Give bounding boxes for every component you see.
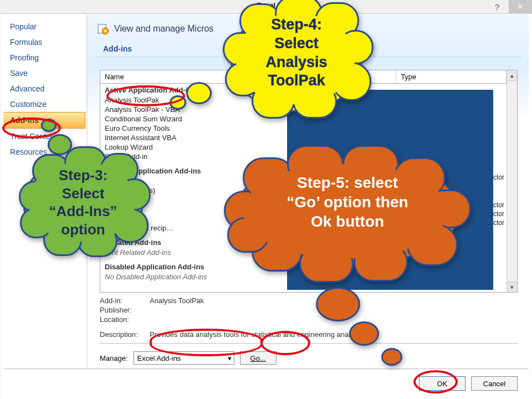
sidebar-item-proofing[interactable]: Proofing <box>3 50 86 65</box>
manage-select-value: Excel Add-ins <box>137 354 181 362</box>
type-fragment: …ctor <box>487 201 504 209</box>
scroll-down-icon[interactable]: ▾ <box>507 282 517 292</box>
detail-addin-value: Analysis ToolPak <box>150 296 204 305</box>
callout-step3: Step-3: Select “Add-Ins” option <box>17 142 150 264</box>
gear-icon <box>96 22 110 35</box>
sidebar-item-save[interactable]: Save <box>3 65 86 81</box>
go-button[interactable]: Go... <box>240 351 277 365</box>
addin-details: Add-in: Analysis ToolPak Publisher: Loca… <box>100 296 518 339</box>
col-type[interactable]: Type <box>396 70 507 83</box>
manage-select[interactable]: Excel Add-ins ▾ <box>134 351 234 365</box>
close-button[interactable]: × <box>509 0 532 13</box>
manage-label: Manage: <box>100 354 128 362</box>
cancel-button[interactable]: Cancel <box>471 376 518 391</box>
header-text: View and manage Micros <box>114 24 213 34</box>
help-button[interactable]: ? <box>485 0 509 13</box>
svg-point-2 <box>104 30 106 32</box>
type-fragment: …ctor <box>487 210 504 218</box>
sidebar-item-customize[interactable]: Customize <box>3 96 86 112</box>
divider <box>100 343 518 344</box>
dialog-footer: OK Cancel <box>3 369 529 395</box>
callout-step5: Step-5: select “Go’ option then Ok butto… <box>221 141 475 285</box>
ok-button[interactable]: OK <box>419 376 466 391</box>
detail-addin-label: Add-in: <box>100 296 150 305</box>
detail-description-value: Provides data analysis tools for statist… <box>150 330 362 339</box>
detail-publisher-label: Publisher: <box>100 306 150 314</box>
sidebar-item-advanced[interactable]: Advanced <box>3 81 86 96</box>
scroll-up-icon[interactable]: ▴ <box>507 70 517 81</box>
callout-step4: Step-4: Select Analysis ToolPak <box>221 0 374 123</box>
scrollbar[interactable]: ▴ ▾ <box>507 70 517 292</box>
callout-step5-text: Step-5: select “Go’ option then Ok butto… <box>262 173 433 231</box>
detail-location-label: Location: <box>100 315 150 324</box>
type-fragment: …ctor <box>487 219 504 227</box>
chevron-down-icon: ▾ <box>228 354 232 362</box>
type-fragment: …ctor <box>487 173 504 181</box>
detail-description-label: Description: <box>100 330 150 339</box>
callout-step3-text: Step-3: Select “Add-Ins” option <box>35 166 131 238</box>
sidebar-item-formulas[interactable]: Formulas <box>3 34 86 50</box>
callout-step4-text: Step-4: Select Analysis ToolPak <box>244 16 349 90</box>
sidebar-item-popular[interactable]: Popular <box>3 19 86 34</box>
